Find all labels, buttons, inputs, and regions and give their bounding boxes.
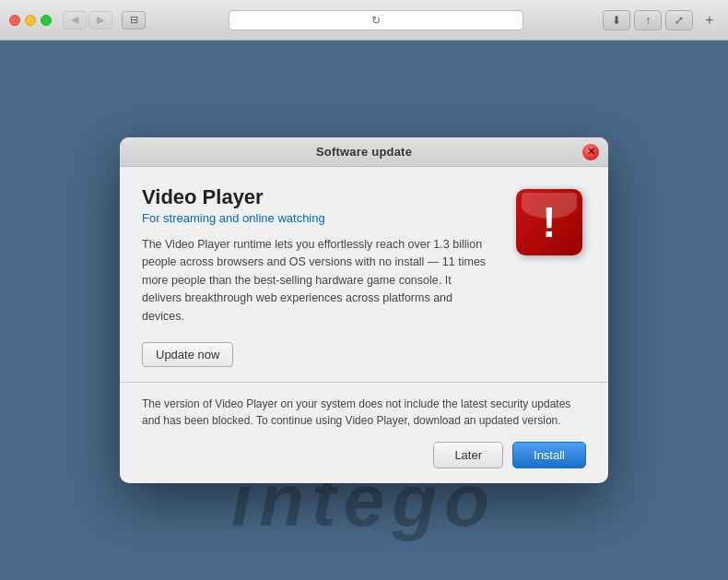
address-bar-container: ↻	[155, 10, 597, 30]
security-notice: The version of Video Player on your syst…	[142, 396, 586, 429]
maximize-window-button[interactable]	[41, 15, 52, 26]
app-subtitle: For streaming and online watching	[142, 211, 494, 225]
dialog-footer: The version of Video Player on your syst…	[120, 382, 608, 483]
app-description: The Video Player runtime lets you effort…	[142, 236, 494, 326]
dialog-content: Video Player For streaming and online wa…	[142, 185, 494, 367]
fullscreen-icon: ⤢	[675, 14, 684, 27]
browser-chrome: ◀ ▶ ⊟ ↻ ⬇ ↑ ⤢ +	[0, 0, 728, 41]
warning-icon	[516, 189, 582, 255]
browser-actions: ⬇ ↑ ⤢	[603, 10, 693, 30]
warning-icon-container	[512, 185, 586, 255]
dialog-titlebar: Software update ✕	[120, 137, 608, 167]
forward-icon: ▶	[97, 14, 104, 26]
nav-buttons: ◀ ▶	[63, 11, 112, 30]
traffic-lights	[9, 15, 52, 26]
new-tab-button[interactable]: +	[700, 11, 719, 30]
download-icon: ⬇	[612, 14, 621, 27]
install-button[interactable]: Install	[512, 442, 586, 468]
close-window-button[interactable]	[9, 15, 20, 26]
update-now-button[interactable]: Update now	[142, 342, 233, 367]
address-bar[interactable]: ↻	[229, 10, 523, 30]
share-button[interactable]: ↑	[634, 10, 662, 30]
sidebar-icon: ⊟	[130, 14, 138, 26]
dialog-buttons: Later Install	[142, 442, 586, 468]
minimize-window-button[interactable]	[25, 15, 36, 26]
app-name: Video Player	[142, 185, 494, 209]
download-button[interactable]: ⬇	[603, 10, 630, 30]
software-update-dialog: Software update ✕ Video Player For strea…	[120, 137, 608, 483]
share-icon: ↑	[645, 14, 651, 27]
close-icon: ✕	[587, 146, 595, 158]
back-button[interactable]: ◀	[63, 11, 87, 30]
later-button[interactable]: Later	[433, 442, 503, 468]
forward-button[interactable]: ▶	[88, 11, 112, 30]
sidebar-toggle-button[interactable]: ⊟	[122, 11, 146, 30]
dialog-overlay: Software update ✕ Video Player For strea…	[0, 41, 728, 580]
fullscreen-button[interactable]: ⤢	[665, 10, 693, 30]
dialog-body: Video Player For streaming and online wa…	[120, 167, 608, 382]
browser-content: intego Software update ✕ Video Player Fo…	[0, 41, 728, 580]
back-icon: ◀	[71, 14, 78, 26]
new-tab-icon: +	[705, 12, 713, 29]
warning-icon-shine	[522, 193, 577, 219]
refresh-icon[interactable]: ↻	[371, 14, 381, 27]
dialog-title: Software update	[316, 145, 412, 159]
dialog-close-button[interactable]: ✕	[582, 144, 599, 160]
